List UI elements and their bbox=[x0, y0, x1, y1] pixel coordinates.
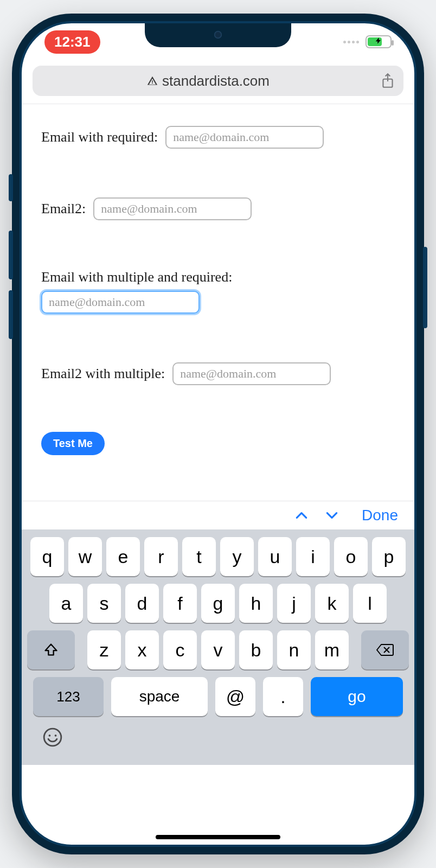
email2-label: Email2: bbox=[41, 201, 86, 217]
email-required-input[interactable] bbox=[165, 126, 324, 149]
key-w[interactable]: w bbox=[68, 537, 102, 576]
key-b[interactable]: b bbox=[239, 630, 273, 669]
key-t[interactable]: t bbox=[182, 537, 216, 576]
svg-point-2 bbox=[49, 735, 51, 737]
go-key[interactable]: go bbox=[311, 677, 403, 716]
keyboard-row-4: 123 space @ . go bbox=[27, 677, 409, 716]
mute-switch bbox=[9, 174, 13, 201]
backspace-key[interactable] bbox=[361, 630, 409, 669]
not-secure-icon bbox=[147, 75, 158, 86]
key-j[interactable]: j bbox=[277, 584, 311, 623]
key-a[interactable]: a bbox=[49, 584, 83, 623]
space-key[interactable]: space bbox=[111, 677, 208, 716]
key-n[interactable]: n bbox=[277, 630, 311, 669]
page-content: Email with required: Email2: Email with … bbox=[22, 104, 414, 461]
key-s[interactable]: s bbox=[87, 584, 121, 623]
key-r[interactable]: r bbox=[144, 537, 178, 576]
key-u[interactable]: u bbox=[258, 537, 292, 576]
key-d[interactable]: d bbox=[125, 584, 159, 623]
email-required-label: Email with required: bbox=[41, 129, 158, 145]
key-c[interactable]: c bbox=[163, 630, 197, 669]
email-multiple-required-label: Email with multiple and required: bbox=[41, 269, 232, 285]
address-bar-domain: standardista.com bbox=[162, 73, 270, 90]
key-i[interactable]: i bbox=[296, 537, 330, 576]
power-button bbox=[423, 247, 427, 328]
key-l[interactable]: l bbox=[353, 584, 387, 623]
key-g[interactable]: g bbox=[201, 584, 235, 623]
key-e[interactable]: e bbox=[106, 537, 140, 576]
battery-icon bbox=[366, 35, 392, 48]
email2-multiple-input[interactable] bbox=[172, 362, 331, 385]
home-indicator[interactable] bbox=[156, 835, 280, 839]
phone-frame: 12:31 standardis bbox=[12, 14, 424, 854]
key-m[interactable]: m bbox=[315, 630, 349, 669]
at-key[interactable]: @ bbox=[215, 677, 255, 716]
svg-point-1 bbox=[44, 729, 61, 746]
test-me-button[interactable]: Test Me bbox=[41, 432, 105, 455]
keyboard: q w e r t y u i o p a s d f g h j k l bbox=[22, 529, 414, 765]
key-p[interactable]: p bbox=[372, 537, 406, 576]
prev-field-icon[interactable] bbox=[292, 508, 311, 522]
key-q[interactable]: q bbox=[30, 537, 64, 576]
notch bbox=[145, 22, 291, 47]
next-field-icon[interactable] bbox=[323, 508, 341, 522]
key-y[interactable]: y bbox=[220, 537, 254, 576]
keyboard-done-button[interactable]: Done bbox=[362, 507, 398, 524]
svg-point-3 bbox=[55, 735, 57, 737]
key-k[interactable]: k bbox=[315, 584, 349, 623]
email-multiple-required-input[interactable] bbox=[41, 291, 200, 314]
emoji-key-icon[interactable] bbox=[42, 727, 63, 748]
key-x[interactable]: x bbox=[125, 630, 159, 669]
keyboard-row-3: z x c v b n m bbox=[27, 630, 409, 669]
volume-down-button bbox=[9, 290, 13, 339]
keyboard-row-1: q w e r t y u i o p bbox=[27, 537, 409, 576]
shift-key[interactable] bbox=[27, 630, 75, 669]
numbers-key[interactable]: 123 bbox=[33, 677, 104, 716]
key-h[interactable]: h bbox=[239, 584, 273, 623]
dot-key[interactable]: . bbox=[263, 677, 303, 716]
email2-multiple-label: Email2 with multiple: bbox=[41, 366, 165, 382]
status-time: 12:31 bbox=[44, 30, 100, 54]
email2-input[interactable] bbox=[93, 197, 252, 220]
share-icon[interactable] bbox=[381, 73, 395, 89]
volume-up-button bbox=[9, 231, 13, 279]
key-f[interactable]: f bbox=[163, 584, 197, 623]
keyboard-accessory-bar: Done bbox=[22, 501, 414, 529]
key-v[interactable]: v bbox=[201, 630, 235, 669]
key-o[interactable]: o bbox=[334, 537, 368, 576]
address-bar[interactable]: standardista.com bbox=[33, 66, 403, 96]
keyboard-row-2: a s d f g h j k l bbox=[27, 584, 409, 623]
key-z[interactable]: z bbox=[87, 630, 121, 669]
cellular-dots-icon bbox=[343, 41, 359, 43]
